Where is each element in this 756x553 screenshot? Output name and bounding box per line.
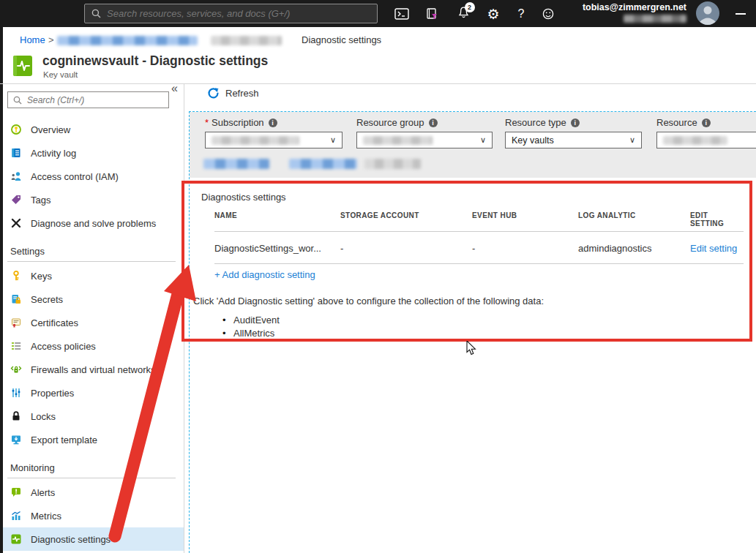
section-divider — [7, 261, 176, 262]
cloud-shell-button[interactable] — [392, 5, 411, 23]
refresh-icon — [207, 87, 220, 99]
sidebar-item-firewalls[interactable]: Firewalls and virtual networks — [3, 358, 184, 381]
section-divider — [7, 478, 176, 478]
sidebar-item-access-policies[interactable]: Access policies — [3, 334, 184, 358]
sidebar-item-label: Access control (IAM) — [31, 171, 119, 182]
sidebar-search-box[interactable] — [7, 91, 169, 108]
cloud-shell-icon — [394, 8, 409, 20]
breadcrumb-separator: > — [48, 34, 54, 45]
info-icon: i — [269, 118, 277, 127]
key-icon — [10, 270, 22, 282]
instruction-text: Click 'Add Diagnostic setting' above to … — [193, 296, 544, 306]
redacted-filter-pill[interactable] — [289, 159, 357, 169]
sidebar-item-certificates[interactable]: Certificates — [3, 311, 184, 334]
resource-group-label: Resource group i — [356, 117, 438, 128]
sidebar-item-activity-log[interactable]: Activity log — [3, 141, 184, 165]
edit-setting-link[interactable]: Edit setting — [690, 243, 737, 254]
sidebar-item-label: Certificates — [31, 317, 78, 328]
global-search-box[interactable] — [84, 4, 378, 23]
cell-log-analytic: admindiagnostics — [578, 232, 690, 264]
notification-count-badge: 2 — [465, 2, 475, 12]
bullet-audit-event: • AuditEvent — [222, 315, 280, 326]
breadcrumb-home-link[interactable]: Home — [20, 34, 45, 45]
redacted-breadcrumb-link[interactable] — [57, 36, 198, 45]
sidebar-item-overview[interactable]: Overview — [3, 118, 184, 141]
user-email: tobias@zimmergren.net — [583, 2, 686, 13]
subscription-dropdown[interactable]: ∨ — [205, 132, 343, 148]
sidebar-item-label: Activity log — [31, 148, 76, 159]
page-subtitle: Key vault — [43, 70, 78, 79]
chevron-down-icon: ∨ — [480, 135, 486, 145]
redacted-filter-pill[interactable] — [203, 159, 269, 169]
sidebar-item-export-template[interactable]: Export template — [3, 428, 184, 451]
add-diagnostic-setting-link[interactable]: + Add diagnostic setting — [214, 269, 315, 280]
bullet-all-metrics: • AllMetrics — [222, 328, 274, 339]
resource-group-dropdown[interactable]: ∨ — [356, 132, 493, 148]
search-icon — [13, 96, 22, 105]
sidebar-item-label: Locks — [31, 411, 56, 422]
sidebar-collapse-button[interactable]: « — [171, 82, 178, 95]
bullet-glyph: • — [222, 315, 233, 326]
smiley-icon — [542, 7, 555, 20]
sidebar-item-secrets[interactable]: Secrets — [3, 287, 184, 311]
sidebar-item-diagnostic-settings[interactable]: Diagnostic settings — [3, 527, 184, 551]
export-template-icon — [10, 434, 22, 445]
redacted-resource-group-value — [363, 136, 433, 145]
settings-button[interactable]: ⚙ — [484, 5, 503, 23]
sidebar-item-label: Diagnostic settings — [31, 534, 111, 545]
search-icon — [91, 9, 101, 18]
minimize-button[interactable] — [736, 13, 746, 15]
diagnostic-settings-icon — [10, 533, 22, 545]
bullet-label: AllMetrics — [233, 328, 274, 339]
global-search-input[interactable] — [107, 8, 370, 19]
metrics-icon — [10, 510, 22, 522]
avatar-person-icon — [696, 1, 719, 25]
column-storage-account: STORAGE ACCOUNT — [340, 211, 472, 227]
resource-group-label-text: Resource group — [356, 117, 424, 128]
info-icon: i — [571, 118, 580, 127]
sidebar-section-settings: Settings — [10, 246, 45, 257]
required-marker: * — [205, 117, 209, 128]
sidebar-item-label: Firewalls and virtual networks — [31, 364, 156, 375]
secrets-icon — [10, 293, 22, 305]
notifications-button[interactable]: 2 — [454, 5, 473, 23]
feedback-button[interactable] — [539, 5, 558, 23]
redacted-directory-name — [624, 15, 686, 23]
account-menu[interactable]: tobias@zimmergren.net — [583, 2, 686, 23]
resource-type-dropdown[interactable]: Key vaults ∨ — [505, 132, 642, 148]
gear-icon: ⚙ — [487, 6, 499, 23]
sidebar-item-metrics[interactable]: Metrics — [3, 504, 184, 527]
sidebar-item-diagnose-solve[interactable]: Diagnose and solve problems — [3, 211, 184, 235]
sidebar-item-keys[interactable]: Keys — [3, 264, 184, 287]
firewall-vnet-icon — [10, 364, 22, 375]
sidebar-item-alerts[interactable]: Alerts — [3, 481, 184, 504]
redacted-breadcrumb-item — [211, 36, 282, 45]
tools-icon — [10, 217, 22, 229]
sidebar-item-label: Tags — [31, 195, 50, 206]
sidebar-item-tags[interactable]: Tags — [3, 188, 184, 211]
help-button[interactable]: ? — [512, 5, 531, 23]
diagnostics-settings-title: Diagnostics settings — [201, 192, 286, 203]
sidebar-item-access-control[interactable]: Access control (IAM) — [3, 165, 184, 188]
table-row[interactable]: DiagnosticSettings_wor... - - admindiagn… — [214, 232, 744, 264]
cell-event-hub: - — [472, 232, 578, 264]
resource-label-text: Resource — [656, 117, 697, 128]
user-avatar[interactable] — [696, 1, 719, 25]
sidebar-item-label: Overview — [31, 124, 70, 135]
chevron-down-icon: ∨ — [330, 135, 336, 145]
access-control-icon — [10, 170, 22, 182]
resource-label: Resource i — [656, 117, 711, 128]
redacted-resource-value — [663, 136, 727, 145]
sidebar-search-input[interactable] — [27, 95, 159, 105]
tag-icon — [10, 194, 22, 206]
sidebar-item-label: Access policies — [31, 341, 96, 352]
subscription-label: * Subscription i — [205, 117, 277, 128]
refresh-button[interactable]: Refresh — [207, 87, 259, 99]
resource-type-value: Key vaults — [512, 135, 554, 146]
access-policies-icon — [10, 340, 22, 352]
sidebar-item-properties[interactable]: Properties — [3, 381, 184, 405]
resource-dropdown[interactable] — [656, 132, 756, 148]
sidebar-item-locks[interactable]: Locks — [3, 405, 184, 428]
resource-type-label: Resource type i — [505, 117, 580, 128]
directory-subscription-button[interactable] — [422, 5, 441, 23]
